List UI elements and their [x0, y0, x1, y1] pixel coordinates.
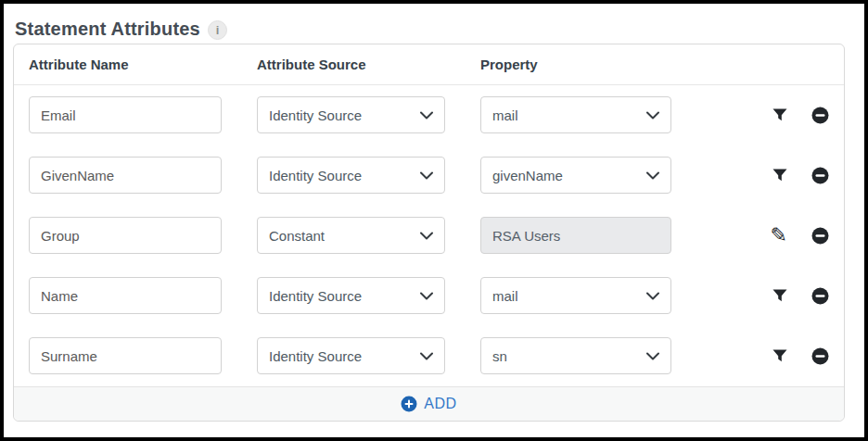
attribute-source-value: Identity Source — [269, 107, 362, 123]
attribute-row: Identity Source mail mail ✎ — [14, 96, 844, 133]
table-header-row: Attribute Name Attribute Source Property — [14, 44, 844, 85]
remove-minus-icon[interactable] — [811, 347, 829, 365]
attribute-source-value: Identity Source — [269, 168, 362, 183]
add-button-label: ADD — [424, 396, 456, 412]
property-select[interactable]: sn — [480, 337, 671, 374]
chevron-down-icon — [420, 111, 433, 120]
attribute-row: Identity Source mail mail ✎ — [14, 277, 844, 314]
chevron-down-icon — [420, 292, 433, 300]
property-value: mail — [492, 107, 518, 123]
chevron-down-icon — [646, 111, 659, 120]
property-value: sn — [492, 348, 507, 364]
attribute-source-select[interactable]: Constant — [257, 217, 445, 254]
table-footer: ADD — [14, 386, 844, 421]
attribute-row: Constant RSA Users RSA Users ✎ — [14, 217, 844, 254]
filter-icon[interactable] — [772, 289, 787, 303]
row-actions: ✎ — [772, 107, 831, 124]
property-cell: givenName givenName — [480, 157, 671, 194]
edit-pencil-icon[interactable]: ✎ — [771, 225, 787, 246]
chevron-down-icon — [646, 352, 659, 360]
filter-icon[interactable] — [772, 108, 787, 122]
property-select[interactable]: mail — [480, 277, 671, 314]
attribute-row: Identity Source givenName givenName — [14, 157, 844, 194]
row-actions: ✎ — [772, 347, 831, 365]
title-bar: Statement Attributes i — [4, 4, 864, 44]
plus-circle-icon — [401, 396, 417, 412]
attribute-source-value: Identity Source — [269, 348, 362, 364]
attribute-source-select[interactable]: Identity Source — [257, 157, 445, 194]
statement-attributes-screen: Statement Attributes i Attribute Name At… — [0, 0, 868, 441]
property-value: givenName — [492, 168, 563, 183]
column-header-attribute-source: Attribute Source — [257, 57, 445, 72]
attribute-name-input[interactable] — [29, 277, 222, 314]
remove-minus-icon[interactable] — [811, 167, 829, 184]
chevron-down-icon — [420, 232, 433, 240]
remove-minus-icon[interactable] — [811, 107, 829, 124]
attribute-name-input[interactable] — [29, 157, 222, 194]
property-readonly-value: RSA Users — [492, 228, 560, 244]
attribute-source-value: Constant — [269, 228, 325, 244]
column-header-attribute-name: Attribute Name — [29, 57, 222, 72]
row-actions: ✎ — [771, 225, 831, 246]
attribute-source-value: Identity Source — [269, 288, 362, 304]
rows-container: Identity Source mail mail ✎ — [14, 85, 844, 386]
property-select[interactable]: givenName — [480, 157, 671, 194]
info-icon[interactable]: i — [208, 20, 227, 40]
filter-icon[interactable] — [772, 169, 787, 183]
property-cell: RSA Users RSA Users — [480, 217, 671, 254]
attribute-source-select[interactable]: Identity Source — [257, 96, 445, 133]
attribute-name-input[interactable] — [29, 96, 222, 133]
page-title: Statement Attributes — [15, 19, 200, 40]
column-header-property: Property — [480, 57, 671, 72]
attribute-row: Identity Source sn sn ✎ — [14, 337, 844, 374]
row-actions: ✎ — [772, 167, 831, 184]
remove-minus-icon[interactable] — [811, 287, 829, 305]
attribute-name-input[interactable] — [29, 337, 222, 374]
chevron-down-icon — [420, 171, 433, 180]
chevron-down-icon — [646, 171, 659, 180]
row-actions: ✎ — [772, 287, 831, 305]
property-value: mail — [492, 288, 518, 304]
property-cell: mail mail — [480, 277, 671, 314]
attribute-source-select[interactable]: Identity Source — [257, 277, 445, 314]
property-readonly-field: RSA Users — [480, 217, 671, 254]
attribute-source-select[interactable]: Identity Source — [257, 337, 445, 374]
chevron-down-icon — [646, 292, 659, 300]
property-cell: sn sn — [480, 337, 671, 374]
attributes-panel: Attribute Name Attribute Source Property… — [13, 44, 845, 422]
property-cell: mail mail — [480, 96, 671, 133]
attribute-name-input[interactable] — [29, 217, 222, 254]
property-select[interactable]: mail — [480, 96, 671, 133]
filter-icon[interactable] — [772, 349, 787, 363]
chevron-down-icon — [420, 352, 433, 360]
add-attribute-button[interactable]: ADD — [401, 396, 456, 412]
remove-minus-icon[interactable] — [811, 227, 829, 245]
